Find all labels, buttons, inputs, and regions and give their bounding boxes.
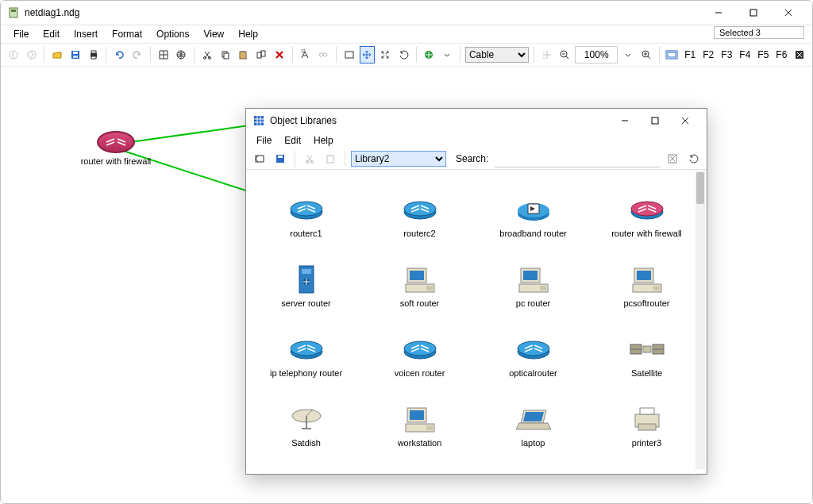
delete-icon[interactable] — [272, 46, 287, 63]
menu-options[interactable]: Options — [150, 27, 195, 41]
svg-rect-1 — [11, 10, 16, 12]
dialog-view-icon[interactable] — [251, 150, 268, 167]
paste-icon[interactable] — [235, 46, 251, 63]
library-item[interactable]: pcsoftrouter — [593, 243, 700, 310]
svg-rect-69 — [540, 286, 546, 290]
library-item[interactable]: soft router — [366, 243, 473, 310]
library-item[interactable]: server router — [252, 243, 360, 310]
main-window: netdiag1.ndg File Edit Insert Format Opt… — [0, 0, 813, 504]
globe-icon[interactable] — [173, 46, 189, 63]
scrollbar-thumb[interactable] — [696, 172, 704, 204]
object-libraries-dialog: Object Libraries File Edit Help Library2… — [245, 108, 707, 475]
move-tool-icon[interactable] — [360, 46, 376, 63]
diagram-router-object[interactable]: router with firewall — [72, 131, 160, 166]
library-item[interactable]: terminal0 — [252, 452, 360, 474]
dialog-minimize-button[interactable] — [610, 110, 640, 132]
library-item[interactable]: broadband router — [480, 173, 587, 240]
dialog-save-icon[interactable] — [272, 150, 289, 167]
library-item[interactable]: routerc1 — [252, 173, 360, 240]
target-icon[interactable] — [539, 46, 555, 63]
library-item[interactable]: opticalrouter — [480, 313, 587, 379]
library-items-panel[interactable]: routerc1routerc2broadband routerrouter w… — [246, 170, 707, 474]
tool-a-icon[interactable]: 12 — [298, 46, 314, 63]
library-item[interactable]: router with firewall — [593, 173, 700, 240]
open-icon[interactable] — [49, 46, 65, 63]
dialog-scrollbar[interactable] — [695, 171, 705, 469]
menu-help[interactable]: Help — [232, 27, 264, 41]
library-item-label: server router — [281, 298, 330, 310]
copy-icon[interactable] — [218, 46, 233, 63]
library-item[interactable]: workstation — [366, 383, 473, 449]
svg-rect-36 — [668, 52, 676, 57]
f5-key[interactable]: F5 — [755, 49, 771, 60]
cut-icon[interactable] — [199, 46, 215, 63]
dialog-menu-help[interactable]: Help — [308, 134, 339, 147]
library-item[interactable]: printer3 — [593, 383, 700, 449]
undo-icon[interactable] — [111, 46, 127, 63]
search-label: Search: — [456, 153, 488, 164]
expand-tool-icon[interactable] — [377, 46, 393, 63]
dialog-cut-icon[interactable] — [301, 150, 318, 167]
rect-tool-icon[interactable] — [341, 46, 357, 63]
f6-key[interactable]: F6 — [773, 49, 789, 60]
library-item-label: broadband router — [499, 229, 566, 240]
minimize-button[interactable] — [701, 1, 736, 25]
library-item[interactable]: mac — [366, 452, 473, 474]
maximize-button[interactable] — [736, 1, 771, 25]
zoom-dropdown-icon[interactable] — [620, 46, 636, 63]
save-icon[interactable] — [67, 46, 83, 63]
f3-key[interactable]: F3 — [719, 49, 734, 60]
svg-rect-20 — [241, 51, 245, 52]
svg-rect-26 — [345, 52, 353, 58]
library-item[interactable]: laptop — [480, 383, 587, 449]
f2-key[interactable]: F2 — [700, 49, 716, 60]
library-item[interactable]: newton — [593, 452, 700, 474]
zoom-field[interactable] — [575, 46, 618, 63]
cable-combo[interactable]: Cable — [465, 47, 529, 63]
object-library-icon[interactable] — [422, 46, 437, 63]
library-item-icon — [627, 262, 667, 297]
duplicate-icon[interactable] — [253, 46, 269, 63]
library-item[interactable]: voicen router — [366, 313, 473, 379]
library-item[interactable]: pc2 — [480, 452, 587, 474]
dialog-paste-icon[interactable] — [322, 150, 339, 167]
dialog-maximize-button[interactable] — [640, 110, 670, 132]
redo-icon[interactable] — [129, 46, 145, 63]
refresh-icon[interactable] — [684, 150, 702, 167]
nav-forward-icon[interactable] — [24, 46, 40, 63]
dropdown-icon[interactable] — [439, 46, 455, 63]
window-title: netdiag1.ndg — [25, 7, 79, 18]
f1-key[interactable]: F1 — [682, 49, 698, 60]
menu-edit[interactable]: Edit — [37, 27, 66, 41]
menu-format[interactable]: Format — [106, 27, 148, 41]
library-item[interactable]: pc router — [480, 243, 587, 310]
menu-file[interactable]: File — [7, 27, 35, 41]
clear-search-icon[interactable] — [664, 150, 681, 167]
fullscreen-icon[interactable] — [665, 46, 680, 63]
print-icon[interactable] — [86, 46, 102, 63]
library-item[interactable]: routerc2 — [366, 173, 473, 240]
dialog-close-button[interactable] — [670, 110, 700, 132]
library-item[interactable]: Satellite — [593, 313, 700, 379]
rotate-icon[interactable] — [395, 46, 411, 63]
dialog-menu-file[interactable]: File — [251, 134, 277, 147]
library-item-icon — [287, 262, 326, 297]
menu-view[interactable]: View — [197, 27, 230, 41]
zoom-out-icon[interactable] — [557, 46, 573, 63]
search-input[interactable] — [495, 151, 661, 167]
library-item[interactable]: Satdish — [252, 383, 360, 449]
svg-rect-93 — [638, 424, 656, 430]
library-item-icon — [287, 192, 326, 227]
close-button[interactable] — [771, 1, 806, 25]
library-combo[interactable]: Library2 — [351, 151, 446, 167]
library-item-icon — [627, 471, 667, 474]
f4-key[interactable]: F4 — [737, 49, 753, 60]
library-item[interactable]: ip telephony router — [252, 313, 360, 379]
close-panel-icon[interactable] — [792, 46, 807, 63]
menu-insert[interactable]: Insert — [67, 27, 104, 41]
nav-back-icon[interactable] — [6, 46, 21, 63]
dialog-menu-edit[interactable]: Edit — [279, 134, 306, 147]
zoom-in-icon[interactable] — [638, 46, 654, 63]
link-icon[interactable] — [315, 46, 331, 63]
grid-icon[interactable] — [156, 46, 171, 63]
